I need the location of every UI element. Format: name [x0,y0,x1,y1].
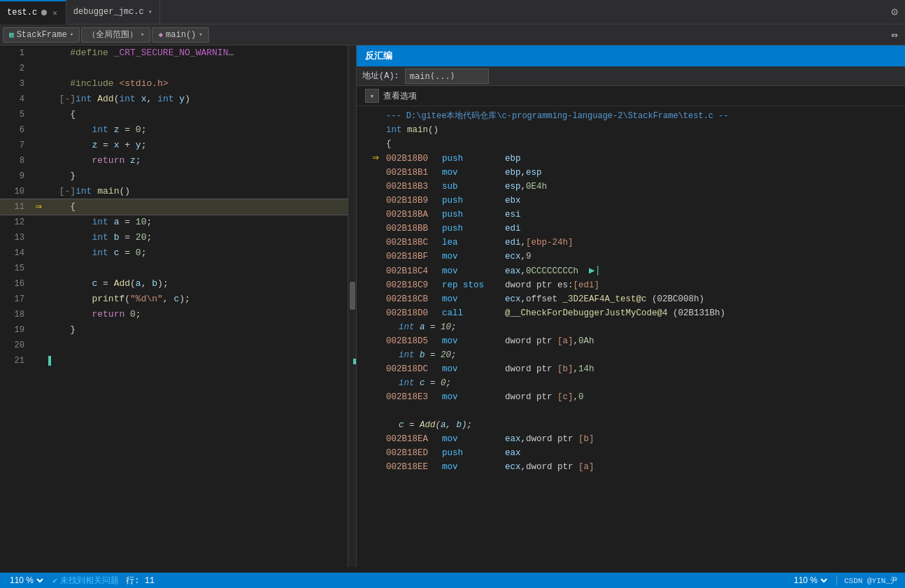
disasm-addr-002B18C9: 002B18C9 [386,278,442,292]
line-num-7: 7 [0,138,31,153]
code-line-14: 14 int c = 0; [0,245,356,261]
line-num-1: 1 [0,45,31,61]
line-arrow-8 [31,153,45,168]
code-line-15: 15 [0,261,356,276]
disasm-addr-002B18ED: 002B18ED [386,446,442,460]
tab-test-c-label: test.c [7,8,37,17]
disasm-src-c: int c = 0; [357,376,905,390]
disasm-instr-002B18BA: 002B18BA push esi [357,208,905,222]
function-icon: ◆ [158,30,163,39]
line-code-1: #define _CRT_SECURE_NO_WARNIN… [45,45,356,61]
disasm-ops-002B18D0: @__CheckForDebuggerJustMyCode@4 (02B131B… [505,306,725,320]
line-arrow-19 [31,322,45,338]
line-num-17: 17 [0,292,31,307]
line-arrow-9 [31,168,45,184]
code-line-3: 3 #include <stdio.h> [0,76,356,92]
line-code-2 [45,61,356,76]
disasm-mnem-002B18B0: push [442,152,505,166]
code-line-1: 1 #define _CRT_SECURE_NO_WARNIN… [0,45,356,61]
line-arrow-13 [31,230,45,245]
disasm-ops-002B18B1: ebp,esp [505,166,542,180]
toolbar-expand[interactable]: ⇔ [887,28,902,42]
toolbar: ▦ StackFrame ▾ （全局范围） ▾ ◆ main() ▾ ⇔ [0,24,905,45]
disasm-addr-002B18EA: 002B18EA [386,432,442,446]
code-line-18: 18 return 0; [0,307,356,322]
line-num-18: 18 [0,307,31,322]
disasm-instr-002B18BC: 002B18BC lea edi,[ebp-24h] [357,236,905,250]
disasm-mnem-002B18C4: mov [442,264,505,278]
disasm-mnem-002B18B1: mov [442,166,505,180]
line-code-3: #include <stdio.h> [45,76,356,92]
line-arrow-18 [31,307,45,322]
line-code-15 [45,261,356,276]
addr-input[interactable] [405,69,489,84]
disasm-ops-002B18BB: edi [505,222,521,236]
line-num-11: 11 [0,199,31,215]
disasm-mnem-002B18D5: mov [442,334,505,348]
zoom-right-select[interactable]: 110 % 100 % [791,575,829,586]
chevron-down-button[interactable]: ▾ [365,89,379,103]
disasm-ops-002B18D5: dword ptr [a],0Ah [505,334,594,348]
disasm-ops-002B18B3: esp,0E4h [505,180,547,194]
tab-test-c[interactable]: test.c ✕ [0,0,66,24]
tab-dropdown-arrow[interactable]: ▾ [148,8,152,16]
disasm-content[interactable]: --- D:\gitee本地代码仓库\c-programming-languag… [357,106,905,567]
disasm-mnem-002B18BA: push [442,208,505,222]
line-arrow-3 [31,76,45,92]
disasm-mnem-002B18C9: rep stos [442,278,505,292]
disasm-instr-002B18B3: 002B18B3 sub esp,0E4h [357,180,905,194]
code-scrollbar[interactable] [348,45,356,567]
line-code-13: int b = 20; [45,230,356,245]
scope-label: （全局范围） [87,29,138,41]
disasm-ops-002B18BF: ecx,9 [505,250,532,264]
scope-dropdown[interactable]: （全局范围） ▾ [81,27,150,43]
disasm-path-line: --- D:\gitee本地代码仓库\c-programming-languag… [357,109,905,123]
disasm-addr-002B18EE: 002B18EE [386,460,442,474]
disasm-mnem-002B18DC: mov [442,362,505,376]
current-instr-arrow: ⇒ [372,151,379,165]
line-code-9: } [45,168,356,184]
code-scrollbar-thumb[interactable] [350,282,355,310]
line-code-10: [-]int main() [45,184,356,199]
disasm-mnem-002B18B3: sub [442,180,505,194]
line-code-4: [-]int Add(int x, int y) [45,92,356,107]
code-scroll[interactable]: 1 #define _CRT_SECURE_NO_WARNIN… 2 3 #in… [0,45,356,567]
disasm-addr-002B18B0: 002B18B0 [386,152,442,166]
line-code-5: { [45,107,356,122]
disasm-brace: { [386,137,392,151]
disasm-path: --- D:\gitee本地代码仓库\c-programming-languag… [386,109,729,123]
disasm-ops-002B18B0: ebp [505,152,521,166]
disasm-addr-002B18CB: 002B18CB [386,292,442,306]
tab-test-c-close[interactable]: ✕ [51,8,59,17]
check-icon: ✔ [52,575,57,586]
scope-arrow: ▾ [141,31,144,38]
tab-debugger-jmc[interactable]: debugger_jmc.c ▾ [66,0,160,24]
brand-label: CSDN @YIN_尹 [844,575,898,586]
disasm-mnem-002B18E3: mov [442,390,505,404]
disasm-instr-002B18B9: 002B18B9 push ebx [357,194,905,208]
code-line-19: 19 } [0,322,356,338]
disasm-instr-002B18C4: 002B18C4 mov eax,0CCCCCCCCh ▶| [357,264,905,278]
stackframe-dropdown[interactable]: ▦ StackFrame ▾ [3,27,80,43]
disasm-mnem-002B18D0: call [442,306,505,320]
zoom-left-select[interactable]: 110 % 100 % 90 % [7,575,45,586]
stackframe-arrow: ▾ [70,31,73,38]
disasm-src-blank [357,404,905,418]
addr-label: 地址(A): [362,70,399,82]
disasm-ops-002B18CB: ecx,offset _3D2EAF4A_test@c (02BC008h) [505,292,704,306]
tab-modified-dot [41,10,47,15]
line-num-21: 21 [0,353,31,368]
line-arrow-17 [31,292,45,307]
line-arrow-6 [31,122,45,138]
status-divider [836,575,837,585]
function-dropdown[interactable]: ◆ main() ▾ [152,27,208,43]
disasm-addr-002B18D0: 002B18D0 [386,306,442,320]
minimap-marker [353,359,356,364]
disasm-ops-002B18BC: edi,[ebp-24h] [505,236,573,250]
line-arrow-2 [31,61,45,76]
settings-button[interactable]: ⚙ [884,5,905,19]
status-left: 110 % 100 % 90 % ✔ 未找到相关问题 行: 11 [7,575,155,587]
line-code-8: return z; [45,153,356,168]
line-code-14: int c = 0; [45,245,356,261]
code-line-6: 6 int z = 0; [0,122,356,138]
